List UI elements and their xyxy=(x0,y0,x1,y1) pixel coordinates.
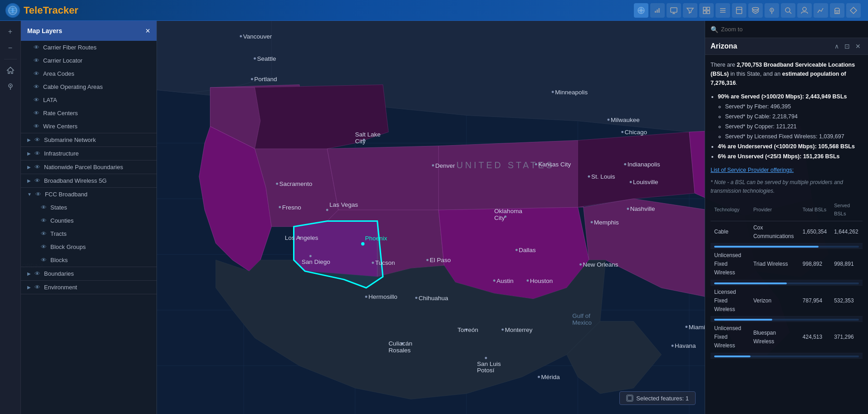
grid-tool-button[interactable] xyxy=(699,3,714,18)
city-nashville: Nashville xyxy=(630,205,655,212)
layer-blocks[interactable]: 👁 Blocks xyxy=(21,253,157,267)
city-okc: Oklahoma xyxy=(494,208,522,214)
pop-label: estimated population of 7,276,316 xyxy=(711,71,846,86)
layers-tool-button[interactable] xyxy=(634,3,648,18)
search-tool-button[interactable] xyxy=(781,3,795,18)
svg-rect-14 xyxy=(703,11,706,14)
selected-features-count: Selected features: 1 xyxy=(636,395,689,402)
table-row xyxy=(711,243,863,248)
city-la: Los Angeles xyxy=(285,234,319,241)
expand-icon: ▶ xyxy=(27,271,31,276)
eye-icon: 👁 xyxy=(34,123,39,130)
remove-button[interactable]: − xyxy=(3,41,18,55)
user-tool-button[interactable] xyxy=(797,3,812,18)
bookmark-tool-button[interactable] xyxy=(732,3,746,18)
selected-features-badge: Selected features: 1 xyxy=(619,391,696,405)
svg-point-84 xyxy=(538,376,540,378)
city-phoenix: Phoenix xyxy=(365,235,387,242)
layer-area-codes[interactable]: 👁 Area Codes xyxy=(21,67,157,80)
svg-point-76 xyxy=(579,263,582,266)
info-panel-header: Arizona ∧ ⊡ ✕ xyxy=(705,38,868,55)
served-pct: 90% are Served (>100/20 Mbps): 2,443,949… xyxy=(718,93,847,100)
city-seattle: Seattle xyxy=(257,55,276,62)
maximize-panel-button[interactable]: ⊡ xyxy=(843,42,852,51)
layer-infrastructure[interactable]: ▶ 👁 Infrastructure xyxy=(21,147,157,160)
svg-point-70 xyxy=(591,221,593,223)
app-name: TeleTracker xyxy=(24,5,78,16)
add-button[interactable]: + xyxy=(3,24,18,39)
zoom-to-input[interactable] xyxy=(721,26,863,33)
panel-close-button[interactable]: × xyxy=(145,27,150,35)
layer-submarine-network[interactable]: ▶ 👁 Submarine Network xyxy=(21,133,157,146)
city-sacramento: Sacramento xyxy=(280,180,313,187)
expand-icon: ▶ xyxy=(27,165,31,170)
city-merida: Mérida xyxy=(541,374,560,380)
analytics-tool-button[interactable] xyxy=(814,3,828,18)
layer-environment[interactable]: ▶ 👁 Environment xyxy=(21,281,157,294)
progress-bar xyxy=(714,356,750,357)
svg-point-55 xyxy=(552,91,554,93)
col-technology: Technology xyxy=(711,199,750,221)
expand-panel-button[interactable]: ∧ xyxy=(833,42,841,51)
eye-icon: 👁 xyxy=(34,97,39,103)
bsl-table: Technology Provider Total BSLs Served BS… xyxy=(711,199,863,358)
screen-tool-button[interactable] xyxy=(667,3,681,18)
svg-point-82 xyxy=(501,328,504,331)
close-panel-button[interactable]: ✕ xyxy=(853,42,863,51)
layer-tracts[interactable]: 👁 Tracts xyxy=(21,227,157,240)
home-button[interactable] xyxy=(3,63,18,78)
city-havana: Havana xyxy=(675,342,696,349)
diamond-tool-button[interactable] xyxy=(846,3,861,18)
signal-tool-button[interactable] xyxy=(650,3,665,18)
label-gulf2: Mexico xyxy=(572,319,592,326)
cell-total: 787,954 xyxy=(799,285,830,317)
svg-point-78 xyxy=(527,279,529,282)
layer-counties[interactable]: 👁 Counties xyxy=(21,214,157,227)
layers2-tool-button[interactable] xyxy=(748,3,763,18)
list-tool-button[interactable] xyxy=(716,3,730,18)
table-row: Licensed Fixed Wireless Verizon 787,954 … xyxy=(711,285,863,317)
header-toolbar xyxy=(634,3,868,18)
layer-fcc-broadband[interactable]: ▼ 👁 FCC Broadband xyxy=(21,188,157,201)
layer-carrier-locator[interactable]: 👁 Carrier Locator xyxy=(21,54,157,67)
layer-carrier-fiber[interactable]: 👁 Carrier Fiber Routes xyxy=(21,41,157,54)
filter-tool-button[interactable] xyxy=(683,3,697,18)
svg-point-61 xyxy=(535,163,537,166)
layer-rate-centers[interactable]: 👁 Rate Centers xyxy=(21,107,157,120)
layer-broadband-wireless[interactable]: ▶ 👁 Broadband Wireless 5G xyxy=(21,174,157,187)
svg-point-56 xyxy=(608,119,610,121)
layer-parcel-boundaries[interactable]: ▶ 👁 Nationwide Parcel Boundaries xyxy=(21,161,157,174)
logo-area: TeleTracker xyxy=(0,3,84,18)
location-pin-button[interactable] xyxy=(3,79,18,94)
cell-served: 998,891 xyxy=(830,248,863,280)
location-tool-button[interactable] xyxy=(765,3,779,18)
search-icon: 🔍 xyxy=(711,26,718,33)
city-minneapolis: Minneapolis xyxy=(555,89,588,96)
layer-cable-operating[interactable]: 👁 Cable Operating Areas xyxy=(21,80,157,93)
layer-wire-centers[interactable]: 👁 Wire Centers xyxy=(21,120,157,133)
served-subitems: Served* by Fiber: 496,395 Served* by Cab… xyxy=(718,102,863,141)
service-provider-link[interactable]: List of Service Provider offerings: xyxy=(711,167,794,173)
svg-point-57 xyxy=(621,131,623,133)
eye-icon: 👁 xyxy=(34,284,40,291)
city-slc2: City xyxy=(355,138,365,145)
panel-content[interactable]: 👁 Carrier Fiber Routes 👁 Carrier Locator… xyxy=(21,41,157,414)
layer-block-groups[interactable]: 👁 Block Groups xyxy=(21,240,157,253)
layer-states[interactable]: 👁 States xyxy=(21,201,157,214)
svg-point-59 xyxy=(624,163,626,166)
svg-point-32 xyxy=(10,85,11,87)
expand-icon: ▶ xyxy=(27,151,31,156)
bullet-served: 90% are Served (>100/20 Mbps): 2,443,949… xyxy=(718,92,863,141)
cell-provider: Triad Wireless xyxy=(750,248,799,280)
zoom-to-bar: 🔍 xyxy=(705,21,868,38)
print-tool-button[interactable] xyxy=(830,3,844,18)
layer-lata[interactable]: 👁 LATA xyxy=(21,93,157,107)
svg-point-63 xyxy=(276,183,278,185)
eye-icon: 👁 xyxy=(34,110,39,117)
city-culiacan2: Rosales xyxy=(388,347,411,354)
layer-boundaries[interactable]: ▶ 👁 Boundaries xyxy=(21,267,157,280)
eye-icon: 👁 xyxy=(34,177,40,184)
svg-point-21 xyxy=(752,7,759,10)
svg-point-74 xyxy=(427,259,429,261)
fiber-item: Served* by Fiber: 496,395 xyxy=(725,102,863,111)
